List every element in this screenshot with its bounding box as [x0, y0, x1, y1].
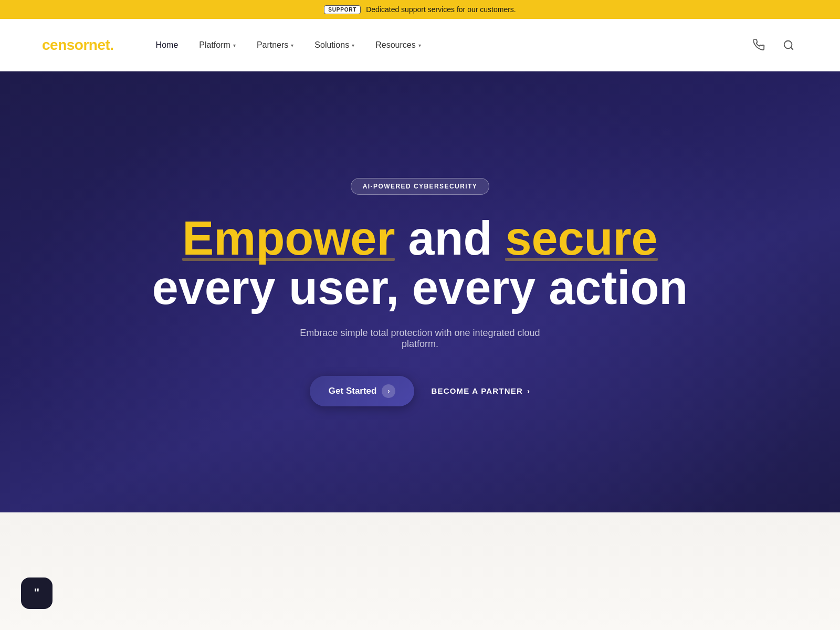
become-partner-button[interactable]: BECOME A PARTNER › [431, 386, 530, 395]
hero-section: AI-POWERED CYBERSECURITY Empower and sec… [0, 71, 840, 512]
logo[interactable]: censornet. [42, 37, 114, 54]
nav-solutions[interactable]: Solutions ▾ [314, 40, 354, 50]
search-button[interactable] [779, 36, 798, 55]
chevron-down-icon: ▾ [352, 43, 354, 48]
ai-badge: AI-POWERED CYBERSECURITY [351, 178, 490, 195]
get-started-button[interactable]: Get Started › [310, 376, 415, 406]
svg-line-1 [791, 47, 793, 49]
site-header: censornet. Home Platform ▾ Partners ▾ So… [0, 19, 840, 71]
hero-title: Empower and secure every user, every act… [152, 214, 688, 313]
highlight-secure: secure [505, 214, 657, 264]
nav-home[interactable]: Home [156, 40, 178, 50]
main-nav: Home Platform ▾ Partners ▾ Solutions ▾ R… [156, 40, 750, 50]
quote-icon: " [34, 587, 39, 598]
nav-resources[interactable]: Resources ▾ [375, 40, 421, 50]
chevron-down-icon: ▾ [233, 43, 236, 48]
below-fold [0, 512, 840, 630]
arrow-right-icon: › [527, 386, 530, 395]
header-icons [750, 36, 798, 55]
top-banner: SUPPORT Dedicated support services for o… [0, 0, 840, 19]
quote-bubble-button[interactable]: " [21, 578, 52, 609]
hero-title-line2: every user, every action [152, 263, 688, 313]
hero-buttons: Get Started › BECOME A PARTNER › [310, 376, 530, 406]
hero-title-line1: Empower and secure [152, 214, 688, 264]
highlight-empower: Empower [182, 214, 395, 264]
chevron-down-icon: ▾ [291, 43, 293, 48]
phone-button[interactable] [750, 36, 769, 55]
nav-partners[interactable]: Partners ▾ [257, 40, 293, 50]
nav-platform[interactable]: Platform ▾ [199, 40, 236, 50]
hero-subtitle: Embrace simple total protection with one… [284, 328, 556, 350]
support-badge: SUPPORT [324, 5, 361, 14]
chevron-down-icon: ▾ [418, 43, 421, 48]
arrow-icon: › [382, 384, 395, 398]
banner-text: Dedicated support services for our custo… [366, 5, 516, 14]
